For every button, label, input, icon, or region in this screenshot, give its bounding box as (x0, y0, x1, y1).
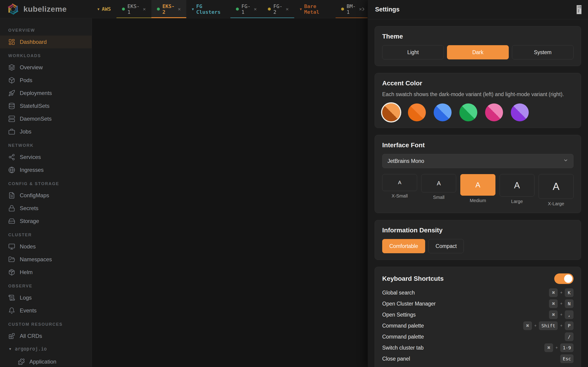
cube-icon (8, 77, 15, 84)
shortcut-label: Command palette (382, 323, 424, 329)
sidebar-item-secrets[interactable]: Secrets (0, 202, 92, 215)
sidebar-item-events[interactable]: Events (0, 304, 92, 317)
font-size-x-small-button[interactable]: A (382, 174, 417, 191)
sidebar-item-label: Services (20, 154, 41, 160)
section-header-observe: OBSERVE (0, 279, 92, 291)
font-size-medium-button[interactable]: A (460, 174, 495, 196)
shortcut-label: Global search (382, 290, 415, 296)
density-comfortable-button[interactable]: Comfortable (382, 239, 425, 253)
logo[interactable]: kubelizeme (0, 0, 92, 18)
sidebar-item-label: Logs (20, 294, 32, 301)
density-options: ComfortableCompact (382, 239, 573, 253)
font-size-label: X-Small (392, 193, 408, 199)
tab-eks-1[interactable]: EKS-1× (116, 0, 151, 18)
sidebar-item-helm[interactable]: Helm (0, 266, 92, 279)
keycap: N (565, 299, 573, 308)
accent-swatch-green[interactable] (459, 103, 477, 121)
status-dot (157, 8, 160, 10)
tab-label: FG-2 (273, 3, 283, 15)
keycap: 1-9 (560, 343, 573, 352)
sidebar-item-jobs[interactable]: Jobs (0, 125, 92, 138)
font-size-large-button[interactable]: A (500, 174, 535, 197)
theme-system-button[interactable]: System (512, 45, 573, 59)
share-icon (8, 154, 15, 161)
font-size-small-button[interactable]: A (421, 174, 456, 192)
shortcuts-card: Keyboard Shortcuts Global search⌘+KOpen … (375, 267, 581, 367)
keyboard-shortcuts-toggle[interactable] (554, 273, 573, 284)
theme-dark-button[interactable]: Dark (447, 45, 509, 59)
sidebar-item-storage[interactable]: Storage (0, 215, 92, 227)
section-header-cluster: CLUSTER (0, 227, 92, 240)
density-compact-button[interactable]: Compact (428, 239, 464, 253)
triangle-down-icon: ▼ (300, 7, 302, 11)
close-tab-icon[interactable]: × (178, 7, 181, 12)
sidebar-item-argoproj-io[interactable]: ▼argoproj.io (0, 342, 92, 355)
tab-underline (262, 17, 294, 18)
tab-fg-2[interactable]: FG-2× (262, 0, 294, 18)
briefcase-icon (8, 128, 15, 135)
sidebar-item-daemonsets[interactable]: DaemonSets (0, 112, 92, 125)
sidebar-item-label: DaemonSets (20, 116, 52, 122)
tab-label: BM-1 (346, 3, 356, 15)
tab-underline (230, 17, 262, 18)
close-tab-icon[interactable]: × (286, 7, 289, 12)
keycap: ⌘ (549, 299, 558, 308)
shortcut-row-open-settings: Open Settings⌘+, (382, 309, 573, 320)
missing-glyph-icon[interactable]: NO GLYPH (577, 5, 582, 14)
shortcut-row-global-search: Global search⌘+K (382, 287, 573, 298)
sidebar-item-label: Nodes (20, 243, 36, 250)
tab-fg-1[interactable]: FG-1× (230, 0, 262, 18)
sidebar-item-label: All CRDs (20, 333, 42, 339)
bell-icon (8, 307, 15, 314)
shortcut-row-close-panel: Close panelEsc (382, 353, 573, 364)
shortcut-row-open-cluster-manager: Open Cluster Manager⌘+N (382, 298, 573, 309)
sidebar-item-application[interactable]: Application (0, 355, 92, 367)
sidebar-item-dashboard[interactable]: Dashboard (0, 35, 92, 48)
close-tab-icon[interactable]: × (254, 7, 257, 12)
font-size-x-large-button[interactable]: A (539, 174, 573, 199)
tab-label: EKS-1 (128, 3, 140, 15)
font-size-x-small: AX-Small (382, 174, 417, 199)
sidebar-item-label: Dashboard (20, 39, 47, 45)
shortcut-keys: ⌘+K (549, 288, 573, 297)
tab-aws[interactable]: ▼AWS (92, 0, 116, 18)
scroll-icon (8, 294, 15, 301)
theme-light-button[interactable]: Light (382, 45, 444, 59)
server-icon (8, 115, 15, 122)
sidebar-item-ingresses[interactable]: Ingresses (0, 164, 92, 176)
sidebar-item-logs[interactable]: Logs (0, 291, 92, 304)
accent-swatch-pink[interactable] (485, 103, 503, 121)
tab-eks-2[interactable]: EKS-2× (151, 0, 186, 18)
close-tab-icon[interactable]: × (143, 7, 146, 12)
tab-bare-metal[interactable]: ▼Bare Metal (294, 0, 336, 18)
blocks-icon (8, 333, 15, 340)
sidebar-item-namespaces[interactable]: Namespaces (0, 253, 92, 266)
triangle-down-icon: ▼ (192, 7, 194, 11)
font-select[interactable]: JetBrains Mono (382, 154, 573, 168)
cluster-tabs: ▼AWSEKS-1×EKS-2×▼FG ClustersFG-1×FG-2×▼B… (92, 0, 367, 18)
chevron-right-icon[interactable] (361, 0, 366, 18)
font-size-label: Medium (470, 198, 486, 203)
plus-separator: + (534, 323, 537, 328)
tab-fg-clusters[interactable]: ▼FG Clusters (186, 0, 230, 18)
sidebar-item-nodes[interactable]: Nodes (0, 240, 92, 253)
accent-swatch-orange[interactable] (408, 103, 426, 121)
accent-swatch-blue[interactable] (434, 103, 451, 121)
sidebar-item-statefulsets[interactable]: StatefulSets (0, 100, 92, 112)
sidebar-item-configmaps[interactable]: ConfigMaps (0, 189, 92, 202)
accent-swatch-purple[interactable] (511, 103, 529, 121)
sidebar-item-all-crds[interactable]: All CRDs (0, 330, 92, 342)
keycap: / (565, 332, 573, 341)
sidebar-item-label: Secrets (20, 205, 38, 211)
app-name: kubelizeme (23, 5, 67, 14)
sidebar-item-pods[interactable]: Pods (0, 74, 92, 87)
font-size-label: Small (433, 195, 444, 200)
settings-title: Settings (375, 6, 400, 13)
theme-options: LightDarkSystem (382, 45, 573, 59)
topbar: kubelizeme ▼AWSEKS-1×EKS-2×▼FG ClustersF… (0, 0, 367, 18)
sidebar-item-overview[interactable]: Overview (0, 61, 92, 74)
sidebar-item-services[interactable]: Services (0, 151, 92, 164)
font-size-label: X-Large (548, 201, 564, 206)
sidebar-item-deployments[interactable]: Deployments (0, 87, 92, 100)
accent-swatch-burnt-orange[interactable] (382, 103, 400, 121)
